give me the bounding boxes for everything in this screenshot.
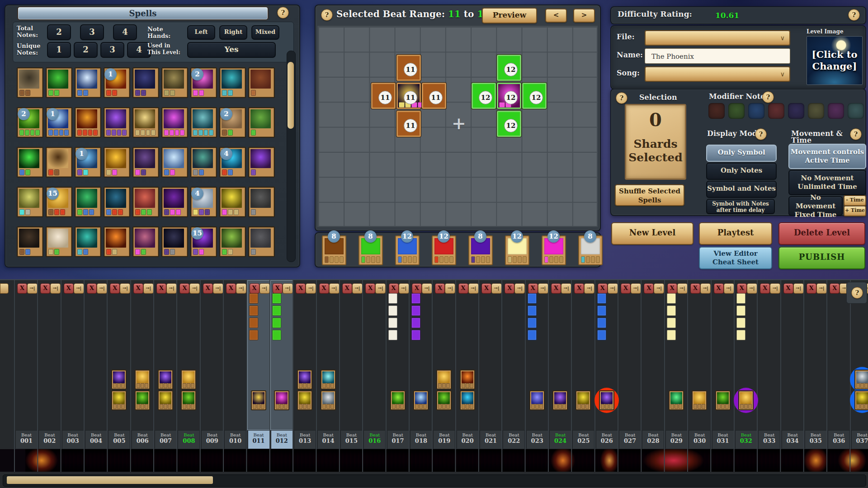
help-icon[interactable]: ? [848,9,860,21]
spell-card[interactable] [248,187,275,217]
display-mode-button[interactable]: Only Notes [706,163,777,180]
beat-label[interactable]: Beat015 [340,430,363,449]
skip-to-beat-button[interactable]: →| [236,283,246,294]
name-input[interactable]: The Phoenix [645,48,790,64]
beat-label[interactable]: Beat012 [271,430,293,449]
beat-label[interactable]: Beat010 [224,430,246,449]
skip-to-beat-button[interactable]: →| [283,283,293,294]
movement-time-button[interactable]: Movement controlsActive Time [788,144,866,169]
spell-card[interactable] [190,147,217,178]
shield-spell-icon[interactable] [692,390,707,410]
movement-time-button[interactable]: No MovementFixed Time [788,196,843,216]
skip-to-beat-button[interactable]: →| [561,283,571,294]
skip-to-beat-button[interactable]: →| [120,283,130,294]
spell-card[interactable]: 2 [190,67,217,98]
unique-notes-option[interactable]: 2 [74,42,98,58]
delete-beat-button[interactable]: X [17,283,27,294]
movement-time-button[interactable]: No MovementUnlimited Time [788,170,866,195]
spell-card[interactable] [161,187,188,217]
spell-card[interactable] [132,187,159,217]
note-square-blue[interactable] [597,293,606,304]
beat-label[interactable]: Beat021 [480,430,502,449]
spell-card[interactable] [104,147,130,178]
beat-label[interactable]: Beat035 [805,430,827,449]
spells-scrollbar[interactable] [287,51,296,262]
beat-label[interactable]: Beat033 [758,430,780,449]
note-square-white[interactable] [388,318,397,328]
delete-beat-button[interactable]: X [528,283,538,294]
note-hands-option[interactable]: Right [219,25,247,40]
time-minus-button[interactable]: - Time [844,195,866,206]
note-square-green[interactable] [272,318,281,328]
delete-beat-button[interactable]: X [319,283,329,294]
skip-to-beat-button[interactable]: →| [74,283,84,294]
teal-angel-spell-icon[interactable] [321,370,336,389]
new-level-button[interactable]: New Level [611,222,693,245]
skip-to-beat-button[interactable]: →| [143,283,154,294]
delete-beat-button[interactable]: X [365,283,375,294]
delete-beat-button[interactable]: X [156,283,166,294]
previous-beat-button[interactable]: < [545,9,567,23]
note-square-cream[interactable] [736,318,745,328]
skip-to-beat-button[interactable]: →| [352,283,363,294]
green-monster-spell-icon[interactable] [715,390,731,410]
skip-to-beat-button[interactable]: →| [329,283,340,294]
note-square-white[interactable] [388,330,397,340]
spell-card[interactable] [161,67,188,98]
note-square-purple[interactable] [411,318,420,328]
modifier-note-chip[interactable] [788,103,804,119]
delete-beat-button[interactable]: X [830,283,840,294]
skip-to-beat-button[interactable]: →| [468,283,479,294]
note-square-cream[interactable] [667,318,676,328]
palette-note-card[interactable]: 8 [359,235,383,265]
skip-to-beat-button[interactable]: →| [816,283,827,294]
preview-button[interactable]: Preview [482,8,537,23]
spell-card[interactable] [248,226,275,257]
used-in-level-toggle[interactable]: Yes [187,42,276,58]
shuffle-selected-spells-button[interactable]: Shuffle SelectedSpells [615,184,684,206]
note-square-blue[interactable] [528,293,537,304]
note-square-blue[interactable] [597,305,606,316]
spell-card[interactable] [17,67,43,98]
delete-beat-button[interactable]: X [505,283,514,294]
note-square-blue[interactable] [528,330,537,340]
purple-slash-spell-icon[interactable] [552,390,568,410]
beat-label[interactable]: Beat027 [619,430,641,449]
total-notes-option[interactable]: 3 [80,24,104,40]
shield-spell-icon[interactable] [436,370,452,389]
help-icon[interactable]: ? [616,92,627,104]
delete-beat-button[interactable]: X [64,283,74,294]
spell-card[interactable] [219,226,246,257]
note-square-green[interactable] [272,330,281,340]
spell-card[interactable] [161,226,188,257]
shield-spell-icon[interactable] [181,370,196,389]
skip-to-beat-button[interactable]: →| [654,283,664,294]
palette-note-card[interactable]: 12 [505,235,529,265]
beat-label[interactable]: Beat001 [15,430,38,449]
modifier-note-chip[interactable] [708,103,725,119]
delete-beat-button[interactable]: X [87,283,97,294]
spell-card[interactable] [75,226,101,257]
level-image-thumbnail[interactable]: [Click toChange] [807,36,863,85]
gray-helmet-spell-icon[interactable] [321,390,336,410]
spell-card[interactable] [190,107,217,138]
yellow-guitar-spell-icon[interactable] [854,390,868,410]
palette-note-card[interactable]: 12 [395,235,420,265]
note-square-purple[interactable] [411,293,420,304]
yellow-guitar-spell-icon[interactable] [297,390,312,410]
delete-beat-button[interactable]: X [574,283,584,294]
note-square-brown[interactable] [249,318,258,328]
playtest-button[interactable]: Playtest [699,222,772,245]
note-square-brown[interactable] [249,305,258,316]
delete-beat-button[interactable]: X [760,283,770,294]
grid-note-green[interactable]: 12 [497,83,521,109]
spell-card[interactable] [17,147,43,178]
skip-to-beat-button[interactable]: →| [27,283,38,294]
delete-beat-button[interactable]: X [40,283,50,294]
yellow-guitar-spell-icon[interactable] [158,390,173,410]
modifier-note-chip[interactable] [748,103,764,119]
yellow-guitar-spell-icon[interactable] [111,390,127,410]
beat-label[interactable]: Beat029 [665,430,688,449]
beat-label[interactable]: Beat024 [549,430,571,449]
spell-card[interactable] [104,187,130,217]
